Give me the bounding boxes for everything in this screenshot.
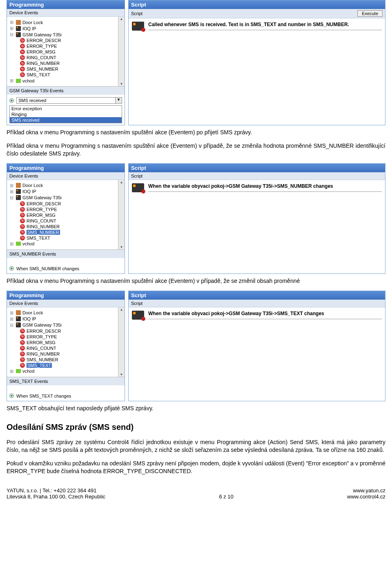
device-tree[interactable]: ⊞Door Lock ⊞IOQ IP ⊟GSM Gateway T35i ↻ER… [7,307,125,377]
controller-icon [132,311,144,320]
node-icon [16,79,21,83]
chevron-down-icon[interactable]: ▼ [116,97,122,104]
tree-var[interactable]: ERROR_DESCR [27,201,61,206]
device-events-bar: Device Events [7,9,125,17]
variable-icon: ↻ [20,363,25,368]
tree-var[interactable]: ERROR_TYPE [27,334,57,339]
execute-button[interactable]: Execute [357,10,383,17]
radio-icon[interactable] [9,394,14,398]
tree-item-ioq[interactable]: IOQ IP [22,316,36,321]
events-bar: GSM Gateway T35i Events [7,86,125,95]
tree-var[interactable]: SMS_TEXT [27,236,50,240]
variable-icon: ↻ [20,340,25,345]
list-item[interactable]: SMS received [10,117,122,123]
variable-icon: ↻ [20,346,25,351]
radio-icon[interactable] [9,266,14,271]
variable-icon: ↻ [20,44,25,49]
tree-item-vchod[interactable]: vchod [22,241,34,246]
variable-icon: ↻ [20,49,25,54]
tree-var[interactable]: ERROR_TYPE [27,44,57,49]
script-description: When the variable obyvaci pokoj->GSM Gat… [148,311,382,319]
door-lock-icon [16,310,21,315]
paragraph: Příklad okna v menu Programming s nastav… [7,142,385,158]
script-subbar: ScriptExecute [129,9,385,18]
tree-item-vchod[interactable]: vchod [22,369,34,374]
paragraph: SMS_TEXT obsahující text naposledy přija… [7,405,385,412]
paragraph: Pro odeslání SMS zprávy ze systému Contr… [7,438,385,454]
tree-var[interactable]: ERROR_MSG [27,213,56,218]
tree-scrollbar[interactable]: ▲▼ [118,307,125,377]
event-dropdown[interactable]: SMS received [16,97,116,104]
tree-item-gsm[interactable]: GSM Gateway T35i [22,195,62,200]
variable-icon: ↻ [20,351,25,356]
radio-icon[interactable] [9,98,14,103]
event-list[interactable]: Error exception Ringing SMS received [9,105,122,123]
tree-item-door-lock[interactable]: Door Lock [22,183,43,188]
device-icon [16,195,21,200]
list-item[interactable]: Ringing [10,111,122,117]
variable-icon: ↻ [20,230,25,235]
variable-icon: ↻ [20,61,25,66]
device-events-bar: Device Events [7,300,125,307]
programming-panel-title: Programming [7,291,125,300]
door-lock-icon [16,20,21,25]
script-panel-title: Script [129,0,385,9]
paragraph: Příklad okna v menu Programming s nastav… [7,277,385,285]
tree-var[interactable]: ERROR_MSG [27,340,56,345]
tree-item-gsm[interactable]: GSM Gateway T35i [22,322,62,327]
tree-var[interactable]: RING_COUNT [27,55,56,60]
door-lock-icon [16,183,21,188]
device-tree[interactable]: ⊞Door Lock ⊞IOQ IP ⊟GSM Gateway T35i ↻ER… [7,180,125,249]
tree-item-vchod[interactable]: vchod [22,78,34,83]
script-panel-title: Script [129,291,385,300]
node-icon [16,369,21,373]
tree-var[interactable]: RING_COUNT [27,218,56,223]
tree-var-selected[interactable]: SMS_NUMBER [27,230,60,235]
footer-url: www.control4.cz [347,494,385,500]
events-bar: SMS_TEXT Events [7,377,125,385]
variable-icon: ↻ [20,357,25,362]
script-panel-title: Script [129,164,385,172]
script-description: When the variable obyvaci pokoj->GSM Gat… [148,183,382,192]
device-tree[interactable]: ⊞Door Lock ⊞IOQ IP ⊟GSM Gateway T35i ↻ER… [7,17,125,86]
tree-scrollbar[interactable]: ▲▼ [118,17,125,86]
script-subbar: Script [129,300,385,307]
variable-icon: ↻ [20,236,25,240]
list-item[interactable]: Error exception [10,106,122,111]
variable-icon: ↻ [20,207,25,212]
device-icon [16,322,21,327]
device-icon [16,189,21,194]
variable-icon: ↻ [20,218,25,223]
tree-var[interactable]: RING_NUMBER [27,61,60,66]
variable-icon: ↻ [20,55,25,60]
tree-var[interactable]: SMS_NUMBER [27,67,58,71]
controller-icon [132,22,144,31]
controller-icon [132,183,144,192]
tree-item-ioq[interactable]: IOQ IP [22,189,36,194]
tree-var[interactable]: ERROR_TYPE [27,207,57,212]
page-footer: YATUN, s.r.o. | Tel.: +420 222 364 491 L… [7,487,385,500]
variable-icon: ↻ [20,72,25,77]
tree-item-door-lock[interactable]: Door Lock [22,310,43,315]
tree-var[interactable]: SMS_TEXT [27,72,50,77]
variable-icon: ↻ [20,213,25,218]
tree-var[interactable]: ERROR_DESCR [27,38,61,43]
tree-var[interactable]: RING_NUMBER [27,224,60,229]
tree-item-gsm[interactable]: GSM Gateway T35i [22,32,62,37]
footer-url: www.yatun.cz [347,487,385,494]
paragraph: Pokud v okamžiku vzniku požadavku na ode… [7,460,385,475]
tree-var[interactable]: ERROR_DESCR [27,329,61,334]
device-icon [16,316,21,321]
tree-var[interactable]: SMS_NUMBER [27,357,58,362]
tree-var[interactable]: ERROR_MSG [27,49,56,54]
tree-var[interactable]: RING_COUNT [27,346,56,351]
tree-item-door-lock[interactable]: Door Lock [22,20,43,25]
footer-company: YATUN, s.r.o. | Tel.: +420 222 364 491 [7,487,105,494]
programming-panel-title: Programming [7,0,125,9]
tree-var-selected[interactable]: SMS_TEXT [27,363,52,368]
tree-var[interactable]: RING_NUMBER [27,351,60,356]
node-icon [16,242,21,246]
tree-item-ioq[interactable]: IOQ IP [22,26,36,31]
tree-scrollbar[interactable]: ▲▼ [118,180,125,249]
event-radio-label: When SMS_NUMBER changes [16,266,79,271]
